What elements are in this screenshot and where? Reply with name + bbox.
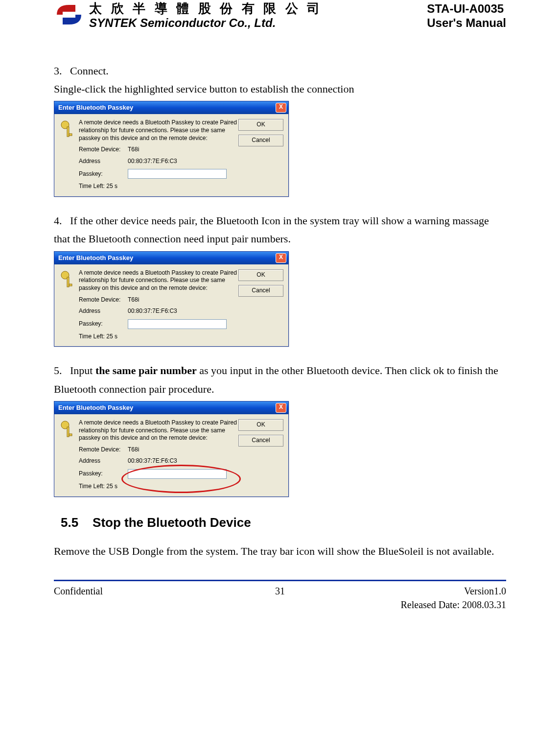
address-label: Address (79, 307, 128, 315)
step-3-line: 3. Connect. (54, 62, 506, 80)
step-3-title: Connect. (70, 65, 109, 77)
dialog-title: Enter Bluetooth Passkey (58, 102, 133, 113)
section-heading: 5.5 Stop the Bluetooth Device (61, 512, 506, 533)
ok-button[interactable]: OK (238, 119, 283, 131)
remote-device-label: Remote Device: (79, 446, 128, 454)
step-3-number: 3. (54, 65, 62, 77)
address-value: 00:80:37:7E:F6:C3 (128, 307, 238, 315)
footer-page-number: 31 (260, 584, 300, 612)
step-5-bold: the same pair number (95, 364, 197, 377)
svg-rect-8 (69, 434, 72, 436)
passkey-input[interactable] (128, 319, 227, 329)
close-icon[interactable]: X (276, 103, 286, 113)
close-icon[interactable]: X (276, 253, 286, 263)
section-number: 5.5 (61, 515, 78, 530)
cancel-button[interactable]: Cancel (238, 435, 283, 447)
passkey-input[interactable] (128, 169, 227, 179)
passkey-label: Passkey: (79, 320, 128, 328)
cancel-button[interactable]: Cancel (238, 135, 283, 146)
dialog-titlebar: Enter Bluetooth Passkey X (54, 252, 288, 264)
passkey-label: Passkey: (79, 470, 128, 478)
dialog-message: A remote device needs a Bluetooth Passke… (79, 119, 238, 142)
svg-rect-7 (67, 427, 69, 437)
key-icon (59, 269, 75, 289)
remote-device-value: T68i (128, 296, 238, 304)
address-label: Address (79, 158, 128, 165)
time-left-label: Time Left: 25 s (79, 333, 117, 341)
step-3-text: Single-click the highlighted service but… (54, 80, 506, 98)
passkey-input[interactable] (128, 469, 227, 479)
cancel-button[interactable]: Cancel (238, 285, 283, 297)
footer-confidential: Confidential (54, 584, 260, 612)
passkey-dialog: Enter Bluetooth Passkey X A remote devic… (54, 251, 289, 347)
company-name-en: SYNTEK Semiconductor Co., Ltd. (89, 16, 427, 30)
dialog-titlebar: Enter Bluetooth Passkey X (54, 101, 288, 114)
passkey-dialog: Enter Bluetooth Passkey X A remote devic… (54, 401, 289, 497)
dialog-title: Enter Bluetooth Passkey (58, 253, 133, 263)
key-icon (59, 419, 75, 439)
dialog-title: Enter Bluetooth Passkey (58, 402, 133, 413)
address-label: Address (79, 457, 128, 465)
svg-rect-1 (67, 127, 69, 137)
section-title: Stop the Bluetooth Device (93, 515, 251, 530)
step-4-number: 4. (54, 214, 62, 227)
doc-code: STA-UI-A0035 (427, 2, 506, 16)
svg-rect-5 (69, 284, 72, 286)
step-4-text: If the other device needs pair, the Blue… (54, 214, 489, 245)
step-4-line: 4. If the other device needs pair, the B… (54, 212, 506, 248)
address-value: 00:80:37:7E:F6:C3 (128, 457, 238, 465)
svg-rect-4 (67, 277, 69, 287)
page-header: 太 欣 半 導 體 股 份 有 限 公 司 SYNTEK Semiconduct… (54, 0, 506, 33)
remote-device-label: Remote Device: (79, 146, 128, 154)
ok-button[interactable]: OK (238, 419, 283, 431)
time-left-label: Time Left: 25 s (79, 183, 117, 190)
doc-name: User's Manual (427, 16, 506, 30)
key-icon (59, 119, 75, 139)
passkey-label: Passkey: (79, 170, 128, 178)
address-value: 00:80:37:7E:F6:C3 (128, 158, 238, 165)
footer-date: Released Date: 2008.03.31 (300, 598, 506, 612)
page-footer: Confidential 31 Version1.0 Released Date… (54, 580, 506, 612)
close-icon[interactable]: X (276, 403, 286, 413)
time-left-label: Time Left: 25 s (79, 483, 117, 491)
step-5-pre: Input (70, 364, 95, 377)
company-logo-icon (54, 2, 84, 27)
company-name-cn: 太 欣 半 導 體 股 份 有 限 公 司 (89, 2, 427, 16)
step-5-number: 5. (54, 364, 62, 377)
footer-version: Version1.0 (300, 584, 506, 598)
dialog-message: A remote device needs a Bluetooth Passke… (79, 269, 238, 292)
dialog-titlebar: Enter Bluetooth Passkey X (54, 402, 288, 414)
svg-rect-2 (69, 134, 72, 136)
passkey-dialog: Enter Bluetooth Passkey X A remote devic… (54, 101, 289, 197)
remote-device-value: T68i (128, 146, 238, 154)
section-text: Remove the USB Dongle from the system. T… (54, 542, 506, 560)
remote-device-value: T68i (128, 446, 238, 454)
remote-device-label: Remote Device: (79, 296, 128, 304)
dialog-message: A remote device needs a Bluetooth Passke… (79, 419, 238, 442)
ok-button[interactable]: OK (238, 269, 283, 281)
step-5-line: 5. Input the same pair number as you inp… (54, 361, 506, 398)
